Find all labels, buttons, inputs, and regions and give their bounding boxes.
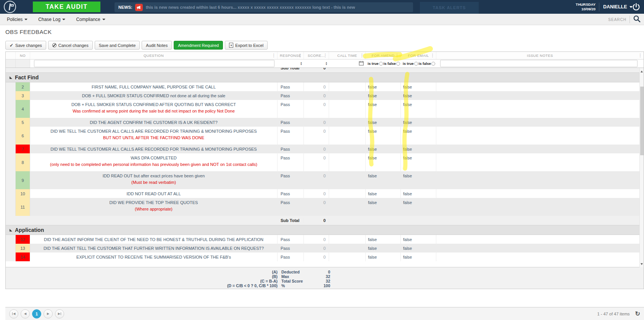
question-filter-input[interactable] <box>34 60 274 67</box>
first-page-button[interactable]: ◀ <box>9 309 18 318</box>
table-row[interactable]: 14EXPLICIT CONSENT TO RECEIVE THE SUMMAR… <box>6 252 644 261</box>
table-row[interactable]: 3DOB + FULL SMOKER STATUS CONFIRMED not … <box>6 91 644 100</box>
menu-compliance[interactable]: Compliance <box>76 17 105 22</box>
issue-notes-filter-input[interactable] <box>440 60 638 67</box>
row-number-cell: 11 <box>16 198 30 216</box>
calendar-icon[interactable] <box>359 60 364 67</box>
refresh-icon[interactable]: ↻ <box>635 311 640 317</box>
row-number-cell: 2 <box>16 82 30 91</box>
call-time-column-header[interactable]: CALL TIME⋮ <box>329 52 366 59</box>
table-row[interactable]: 10IDD NOT READ OUT AT ALLPass0falsefalse <box>6 189 644 198</box>
page-1-button[interactable]: 1 <box>32 309 41 318</box>
collapse-icon[interactable] <box>10 76 12 79</box>
column-menu-icon[interactable]: ⋮ <box>394 52 400 59</box>
grid-totals: (A)Deducted0(B)Max32(C = B-A)Total Score… <box>6 267 644 289</box>
score-cell: 0 <box>304 235 329 244</box>
question-cell: WAS DPA COMPLETED(only need to be comple… <box>30 153 278 171</box>
table-row[interactable]: 7DID WE TELL THE CUSTOMER ALL CALLS ARE … <box>6 145 644 153</box>
export-to-excel-button[interactable]: xExport to Excel <box>225 41 268 50</box>
is-true-radio[interactable] <box>414 62 418 66</box>
table-row[interactable]: 9IDD READ OUT but after exact prices hav… <box>6 171 644 189</box>
spinner-up-down-icon[interactable]: ▲▼ <box>325 62 328 66</box>
question-column-header[interactable]: QUESTION⋮ <box>30 52 278 59</box>
cancel-changes-button[interactable]: Cancel changes <box>48 41 93 50</box>
column-menu-icon[interactable]: ⋮ <box>638 52 643 59</box>
page-title: OBS FEEDBACK <box>5 29 52 35</box>
row-number-cell: 8 <box>16 153 30 171</box>
menu-policies[interactable]: Policies <box>7 17 27 22</box>
scrollbar-thumb[interactable] <box>640 87 644 155</box>
is-true-radio[interactable] <box>379 62 383 66</box>
issue-notes-column-header[interactable]: ISSUE NOTES⋮ <box>436 52 644 59</box>
column-menu-icon[interactable]: ⋮ <box>430 52 436 59</box>
user-menu[interactable]: DANIELLE <box>603 0 633 14</box>
table-row[interactable]: 13DID THE AGENT TELL THE CUSTOMER THAT F… <box>6 244 644 252</box>
table-row[interactable]: 4DOB + FULL SMOKER STATUS CONFIRMED AFTE… <box>6 100 644 118</box>
question-filter-cell <box>30 59 278 68</box>
collapse-icon[interactable] <box>10 229 12 232</box>
search-icon[interactable] <box>633 15 641 24</box>
score-cell: 0 <box>304 82 329 91</box>
amendment-required-button[interactable]: Amendment Required <box>174 41 223 50</box>
call-time-cell <box>329 235 366 244</box>
date-display: THURSDAY 10/09/20 <box>570 2 596 11</box>
scroll-up-arrow-icon[interactable] <box>641 71 643 72</box>
row-select-cell <box>6 91 16 100</box>
issue-notes-cell <box>436 252 644 261</box>
previous-page-button[interactable]: ◀ <box>21 309 30 318</box>
question-text: IDD NOT READ OUT AT ALL <box>34 191 273 196</box>
for-email-cell: false <box>401 91 436 100</box>
vertical-scrollbar[interactable] <box>639 68 644 267</box>
column-menu-icon[interactable]: ⋮ <box>297 52 303 59</box>
question-cell: DID WE TELL THE CUSTOMER ALL CALLS ARE R… <box>30 145 278 153</box>
issue-notes-cell <box>436 82 644 91</box>
scroll-down-arrow-icon[interactable] <box>641 263 643 265</box>
for-amend-cell: false <box>366 145 401 153</box>
response-cell: Pass <box>278 82 304 91</box>
column-menu-icon[interactable]: ⋮ <box>271 52 277 59</box>
response-column-header[interactable]: RESPONSE⋮ <box>278 52 304 59</box>
for-email-column-header[interactable]: FOR EMAIL⋮ <box>401 52 436 59</box>
for-amend-column-header[interactable]: FOR AMEND⋮ <box>366 52 401 59</box>
score-column-header[interactable]: SCORE...⋮ <box>304 52 329 59</box>
group-header[interactable]: Fact Find <box>6 72 644 82</box>
for-email-cell: false <box>401 244 436 252</box>
group-header[interactable]: Application <box>6 225 644 235</box>
call-time-cell <box>329 171 366 189</box>
row-select-cell <box>6 100 16 118</box>
table-row[interactable]: 2FIRST NAME, FULL COMPANY NAME, PURPOSE … <box>6 82 644 91</box>
row-number-cell: 7 <box>16 145 30 153</box>
last-page-button[interactable]: ▶ <box>55 309 64 318</box>
issue-notes-cell <box>436 171 644 189</box>
news-text: this is new news created within last 6 h… <box>146 5 355 10</box>
save-and-complete-button[interactable]: Save and Complete <box>95 41 140 50</box>
is-false-radio[interactable] <box>396 62 400 66</box>
issue-notes-cell <box>436 198 644 216</box>
take-audit-button[interactable]: TAKE AUDIT <box>33 2 100 12</box>
audit-notes-button[interactable]: Audit Notes <box>142 41 172 50</box>
question-cell: DID THE AGENT CONFIRM THE CUSTOMER IS A … <box>30 118 278 127</box>
no-column-header[interactable]: NO <box>16 52 30 59</box>
logout-power-button[interactable] <box>632 3 641 11</box>
menu-label: Policies <box>7 17 23 22</box>
next-page-button[interactable]: ▶ <box>44 309 53 318</box>
menu-chase-log[interactable]: Chase Log <box>38 17 65 22</box>
issue-notes-cell <box>436 145 644 153</box>
search-input[interactable] <box>584 18 626 22</box>
spinner-up-down-icon[interactable]: ▲▼ <box>300 62 302 66</box>
save-changes-button[interactable]: ✓Save changes <box>5 41 46 50</box>
issue-notes-cell <box>436 189 644 198</box>
column-menu-icon[interactable]: ⋮ <box>359 52 365 59</box>
is-false-radio[interactable] <box>431 62 435 66</box>
user-name: DANIELLE <box>603 4 627 10</box>
totals-label: Deducted <box>278 270 308 274</box>
table-row[interactable]: 11DID WE PROVIDE THE TOP THREE QUOTES(Wh… <box>6 198 644 216</box>
table-row[interactable]: 8WAS DPA COMPLETED(only need to be compl… <box>6 153 644 171</box>
score-cell: 0 <box>304 252 329 261</box>
column-menu-icon[interactable]: ⋮ <box>323 52 328 59</box>
table-row[interactable]: 6DID WE TELL THE CUSTOMER ALL CALLS ARE … <box>6 127 644 145</box>
table-row[interactable]: 5DID THE AGENT CONFIRM THE CUSTOMER IS A… <box>6 118 644 127</box>
chevron-down-icon <box>102 19 105 20</box>
task-alerts-button[interactable]: TASK ALERTS <box>420 2 479 14</box>
table-row[interactable]: 12DID THE AGENT INFORM THE CLIENT OF THE… <box>6 235 644 244</box>
